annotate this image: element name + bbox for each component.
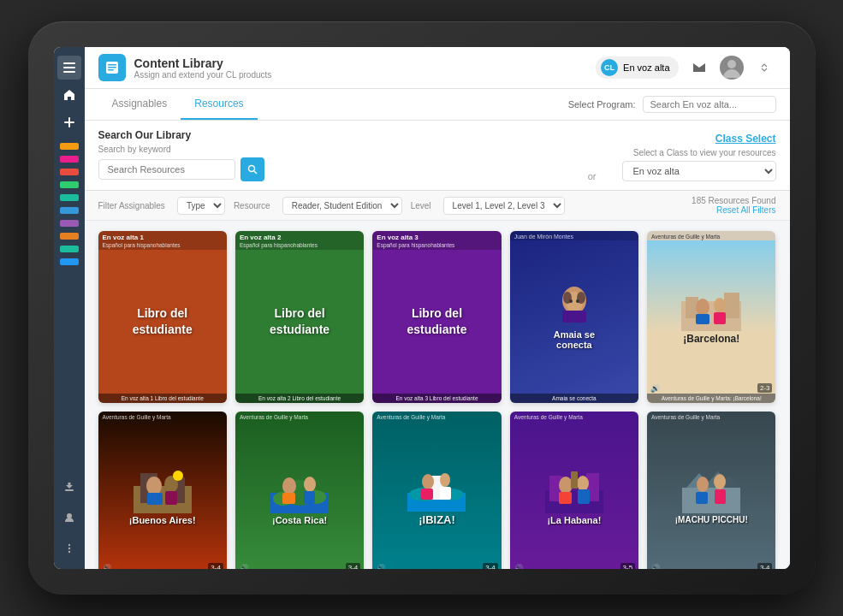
book-card-envozalta2[interactable]: En voz alta 2 Español para hispanohablan… xyxy=(235,231,364,403)
reset-filters-link[interactable]: Reset All Filters xyxy=(692,205,775,215)
svg-rect-2 xyxy=(63,71,75,73)
search-by-keyword-label: Search by keyword xyxy=(98,145,562,154)
filter-resource-label: Resource xyxy=(234,201,270,210)
book3-footer: En voz alta 3 Libro del estudiante xyxy=(376,395,497,401)
book-card-machupicchu[interactable]: Aventuras de Guille y Marta xyxy=(647,412,775,569)
sidebar-download-icon[interactable] xyxy=(57,475,81,499)
svg-point-44 xyxy=(304,477,316,492)
book-card-ibiza[interactable]: Aventuras de Guille y Marta xyxy=(372,412,501,569)
svg-point-52 xyxy=(440,473,450,487)
sidebar-color-blue2[interactable] xyxy=(60,258,79,265)
sidebar-bottom xyxy=(57,473,81,562)
tablet-screen: Content Library Assign and extend your C… xyxy=(54,47,790,569)
user-avatar[interactable] xyxy=(720,56,744,80)
svg-rect-5 xyxy=(65,489,74,491)
user-badge-label: En voz alta xyxy=(623,62,669,73)
book-card-buenosaires[interactable]: Aventuras de Guille y Marta xyxy=(98,412,227,569)
svg-rect-70 xyxy=(715,489,726,504)
class-select-section: Class Select Select a Class to view your… xyxy=(622,133,776,181)
book1-footer: En voz alta 1 Libro del estudiante xyxy=(102,395,223,401)
svg-rect-53 xyxy=(421,489,433,500)
svg-rect-37 xyxy=(165,491,177,505)
sidebar-more-icon[interactable] xyxy=(57,536,81,560)
mail-button[interactable] xyxy=(687,56,711,80)
sidebar-color-blue[interactable] xyxy=(60,207,79,214)
svg-rect-46 xyxy=(304,491,315,504)
sidebar-color-green[interactable] xyxy=(60,181,79,188)
svg-point-58 xyxy=(559,477,573,494)
results-count: 185 Resources Found xyxy=(692,196,775,205)
program-select-input[interactable] xyxy=(643,96,776,113)
sidebar-color-teal[interactable] xyxy=(60,194,79,201)
svg-point-67 xyxy=(697,477,709,492)
svg-rect-12 xyxy=(108,67,116,68)
svg-rect-30 xyxy=(714,312,726,324)
class-select-title: Class Select xyxy=(622,133,776,145)
svg-rect-29 xyxy=(696,314,709,324)
sidebar-color-purple[interactable] xyxy=(60,220,79,227)
sidebar-home-icon[interactable] xyxy=(57,83,81,107)
book-card-barcelona[interactable]: Aventuras de Guille y Marta xyxy=(647,231,775,403)
svg-rect-45 xyxy=(282,493,295,504)
or-divider: or xyxy=(579,171,605,181)
content-grid-container[interactable]: En voz alta 1 Español para hispanohablan… xyxy=(85,221,790,569)
book5-footer: Aventuras de Guille y Marta: ¡Barcelona! xyxy=(650,395,772,401)
filter-assignables-label: Filter Assignables xyxy=(98,201,165,210)
user-badge[interactable]: CL En voz alta xyxy=(596,56,678,79)
tabs-bar: Assignables Resources Select Program: xyxy=(85,89,790,121)
svg-point-22 xyxy=(569,299,573,303)
tablet-frame: Content Library Assign and extend your C… xyxy=(28,21,816,595)
class-dropdown[interactable]: En voz alta xyxy=(622,161,776,181)
book4-footer: Amaia se conecta xyxy=(514,395,635,401)
svg-point-38 xyxy=(173,471,183,481)
svg-rect-69 xyxy=(696,492,708,504)
svg-rect-26 xyxy=(724,293,739,318)
app-icon xyxy=(98,54,126,81)
header-left: Content Library Assign and extend your C… xyxy=(98,54,272,81)
sidebar-user-icon[interactable] xyxy=(57,506,81,530)
svg-rect-54 xyxy=(440,487,451,500)
svg-point-27 xyxy=(696,299,709,316)
svg-point-51 xyxy=(422,474,434,489)
search-input[interactable] xyxy=(98,159,235,180)
svg-rect-36 xyxy=(147,493,163,505)
expand-button[interactable] xyxy=(752,56,776,80)
book-card-amaia[interactable]: Juan de Mirón Montes xyxy=(510,231,638,403)
header-right: CL En voz alta xyxy=(596,56,775,80)
filter-level-select[interactable]: Level 1, Level 2, Level 3 xyxy=(443,197,565,215)
svg-rect-19 xyxy=(562,311,586,323)
app-title-block: Content Library Assign and extend your C… xyxy=(134,56,272,80)
filter-row: Filter Assignables Type Resource Reader,… xyxy=(85,191,790,221)
filter-type-select[interactable]: Type xyxy=(177,197,225,215)
sidebar-add-icon[interactable] xyxy=(57,110,81,134)
sidebar-color-red[interactable] xyxy=(60,169,79,175)
book-card-costarica[interactable]: Aventuras de Guille y Marta xyxy=(235,412,364,569)
filter-resource-select[interactable]: Reader, Student Edition xyxy=(282,197,402,215)
book2-footer: En voz alta 2 Libro del estudiante xyxy=(239,395,360,401)
svg-rect-61 xyxy=(578,489,590,504)
svg-point-34 xyxy=(146,477,162,495)
svg-rect-1 xyxy=(63,67,75,68)
svg-point-14 xyxy=(727,60,736,68)
search-button[interactable] xyxy=(240,157,264,181)
sidebar-color-teal2[interactable] xyxy=(60,246,79,252)
svg-point-68 xyxy=(714,474,726,489)
tab-resources[interactable]: Resources xyxy=(181,89,257,120)
book-card-envozalta3[interactable]: En voz alta 3 Español para hispanohablan… xyxy=(372,231,501,403)
tab-assignables[interactable]: Assignables xyxy=(98,89,181,120)
sidebar-color-pink[interactable] xyxy=(60,156,79,163)
sidebar-menu-icon[interactable] xyxy=(57,56,81,80)
sidebar-left xyxy=(54,47,85,569)
search-input-row xyxy=(98,157,562,181)
svg-rect-13 xyxy=(108,69,114,71)
search-section: Search Our Library Search by keyword xyxy=(98,129,562,181)
book-card-lahabana[interactable]: Aventuras de Guille y Marta xyxy=(510,412,638,569)
svg-rect-0 xyxy=(63,62,75,64)
sidebar-color-yellow[interactable] xyxy=(60,143,79,150)
svg-point-43 xyxy=(282,477,296,495)
svg-rect-63 xyxy=(682,488,740,513)
svg-point-15 xyxy=(248,166,254,172)
tabs-left: Assignables Resources xyxy=(98,89,258,120)
book-card-envozalta1[interactable]: En voz alta 1 Español para hispanohablan… xyxy=(98,231,227,403)
sidebar-color-orange[interactable] xyxy=(60,233,79,240)
